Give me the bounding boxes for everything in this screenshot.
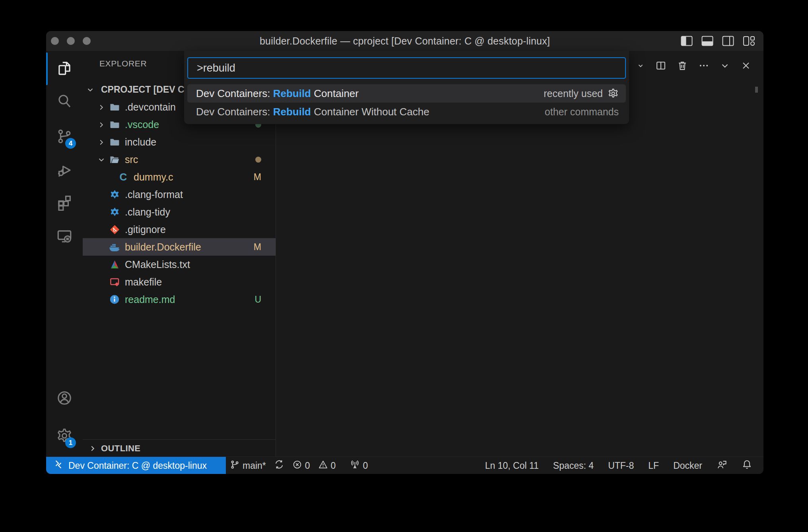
folder-icon: [109, 101, 120, 113]
sync-icon: [274, 459, 284, 472]
git-branch-status[interactable]: main*: [230, 460, 266, 472]
outline-section-header[interactable]: OUTLINE: [83, 439, 276, 456]
panel-toolbar: [619, 59, 752, 74]
sidebar-item-explorer[interactable]: [46, 52, 83, 86]
status-left-items: main* 0 0 0: [230, 457, 368, 474]
tree-item-include[interactable]: include: [83, 133, 276, 151]
titlebar-layout-controls: [681, 31, 755, 51]
file-name: .devcontain: [125, 101, 176, 113]
title-bar: builder.Dockerfile — cproject [Dev Conta…: [46, 31, 763, 51]
source-control-badge: 4: [65, 138, 76, 149]
file-name: .gitignore: [125, 224, 166, 235]
cursor-position[interactable]: Ln 10, Col 11: [485, 460, 539, 471]
match-highlight: Rebuild: [273, 87, 311, 99]
outline-section-label: OUTLINE: [101, 443, 140, 454]
trash-icon[interactable]: [677, 60, 688, 73]
tree-item-readme[interactable]: readme.md U: [83, 291, 276, 308]
window-title: builder.Dockerfile — cproject [Dev Conta…: [260, 35, 550, 47]
file-name: .clang-tidy: [125, 206, 170, 218]
file-name: src: [125, 154, 138, 165]
file-name: dummy.c: [134, 171, 173, 183]
info-icon: [109, 294, 120, 305]
palette-result-rebuild-container[interactable]: Dev Containers: Rebuild Container recent…: [187, 84, 626, 103]
chevron-down-icon[interactable]: [636, 61, 645, 72]
file-name: .vscode: [125, 119, 159, 130]
remote-icon: [53, 459, 64, 472]
file-name: readme.md: [125, 294, 175, 305]
sidebar-item-search[interactable]: [46, 85, 83, 118]
git-modified-dot: [255, 157, 261, 163]
tree-item-makefile[interactable]: makefile: [83, 273, 276, 291]
blue-gear-icon: [109, 189, 120, 200]
customize-layout-icon[interactable]: [743, 36, 755, 46]
split-editor-icon[interactable]: [655, 60, 666, 73]
vscode-window: builder.Dockerfile — cproject [Dev Conta…: [46, 31, 763, 474]
close-icon[interactable]: [740, 60, 752, 73]
indentation[interactable]: Spaces: 4: [553, 460, 594, 471]
file-name: .clang-format: [125, 189, 183, 200]
ellipsis-icon[interactable]: [698, 60, 709, 73]
sidebar-item-source-control[interactable]: 4: [46, 120, 83, 154]
encoding[interactable]: UTF-8: [608, 460, 634, 471]
radio-tower-icon: [350, 460, 360, 472]
tree-item-clang-tidy[interactable]: .clang-tidy: [83, 203, 276, 221]
language-mode[interactable]: Docker: [673, 460, 702, 471]
ports-status[interactable]: 0: [350, 460, 368, 472]
c-language-icon: C: [118, 171, 129, 183]
command-label: Dev Containers: Rebuild Container Withou…: [187, 106, 429, 118]
extensions-icon: [56, 194, 73, 212]
problems-status[interactable]: 0 0: [292, 460, 336, 472]
gear-icon[interactable]: [608, 88, 619, 99]
folder-open-icon: [109, 154, 120, 165]
makefile-icon: [109, 276, 120, 287]
sidebar-item-run-debug[interactable]: [46, 154, 83, 188]
eol-sequence[interactable]: LF: [648, 460, 659, 471]
tree-item-gitignore[interactable]: .gitignore: [83, 221, 276, 238]
ports-count: 0: [363, 460, 368, 471]
chevron-down-icon[interactable]: [720, 60, 730, 72]
blue-gear-icon: [109, 206, 120, 217]
tree-item-builder-dockerfile[interactable]: builder.Dockerfile M: [83, 238, 276, 256]
file-name: makefile: [125, 276, 162, 288]
editor-scrollbar-thumb[interactable]: [755, 87, 758, 93]
git-status-badge: M: [254, 242, 261, 252]
tree-root-label: CPROJECT [DEV C: [101, 84, 185, 95]
result-meta-label: other commands: [545, 106, 619, 118]
chevron-down-icon: [86, 85, 95, 94]
minimize-window-button[interactable]: [67, 37, 75, 45]
sidebar-title: EXPLORER: [99, 59, 147, 68]
folder-icon: [109, 119, 120, 130]
feedback-icon[interactable]: [717, 459, 727, 472]
sidebar-item-remote-explorer[interactable]: [46, 220, 83, 254]
git-status-badge: U: [254, 294, 261, 305]
toggle-secondary-sidebar-icon[interactable]: [722, 36, 734, 46]
remote-indicator[interactable]: Dev Container: C @ desktop-linux: [46, 457, 226, 474]
account-button[interactable]: [46, 382, 83, 416]
tree-item-cmakelists[interactable]: CMakeLists.txt: [83, 256, 276, 273]
cmake-icon: [109, 259, 120, 270]
folder-icon: [109, 136, 120, 148]
bell-icon[interactable]: [742, 459, 752, 472]
palette-result-rebuild-without-cache[interactable]: Dev Containers: Rebuild Container Withou…: [187, 103, 626, 121]
toggle-primary-sidebar-icon[interactable]: [681, 36, 693, 46]
command-palette: Dev Containers: Rebuild Container recent…: [184, 51, 629, 124]
chevron-right-icon: [88, 444, 97, 453]
tree-item-src[interactable]: src: [83, 151, 276, 168]
traffic-lights: [51, 31, 91, 51]
warning-icon: [318, 460, 328, 472]
command-palette-input[interactable]: [187, 57, 626, 79]
toggle-panel-icon[interactable]: [701, 36, 713, 46]
file-name: CMakeLists.txt: [125, 259, 190, 270]
zoom-window-button[interactable]: [83, 37, 91, 45]
account-icon: [56, 390, 73, 408]
tree-item-dummy-c[interactable]: C dummy.c M: [83, 168, 276, 186]
warning-count: 0: [331, 460, 336, 471]
explorer-files-icon: [56, 60, 73, 78]
close-window-button[interactable]: [51, 37, 59, 45]
tree-item-clang-format[interactable]: .clang-format: [83, 186, 276, 203]
error-icon: [292, 460, 302, 472]
sidebar-item-extensions[interactable]: [46, 186, 83, 220]
remote-explorer-icon: [56, 228, 73, 246]
settings-button[interactable]: 1: [46, 420, 83, 453]
sync-button[interactable]: [274, 459, 284, 472]
